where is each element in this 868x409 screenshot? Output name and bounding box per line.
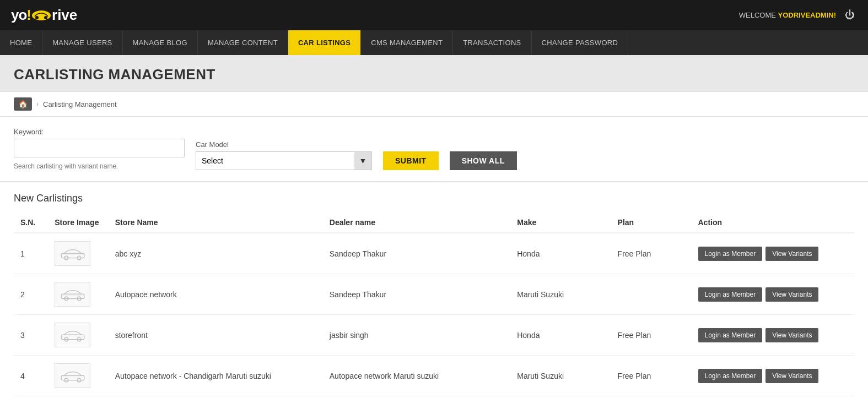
- table-body: 1 abc xyz Sandeep Thakur Honda Free Plan…: [14, 233, 854, 396]
- cell-store-image: [48, 315, 108, 356]
- table-header: S.N. Store Image Store Name Dealer name …: [14, 212, 854, 233]
- page-header: CARLISTING MANAGEMENT: [0, 55, 868, 92]
- svg-point-1: [35, 16, 39, 19]
- nav-item-manage-content[interactable]: MANAGE CONTENT: [198, 30, 288, 55]
- col-header-store-image: Store Image: [48, 212, 108, 233]
- car-image-placeholder: [55, 363, 90, 388]
- view-variants-button[interactable]: View Variants: [765, 369, 818, 383]
- cell-store-image: [48, 356, 108, 396]
- car-model-select[interactable]: Select: [196, 151, 372, 170]
- breadcrumb-separator: ›: [36, 100, 39, 108]
- car-image-placeholder: [55, 282, 90, 307]
- cell-sn: 4: [14, 356, 48, 396]
- cell-dealer-name: jasbir singh: [323, 315, 510, 356]
- view-variants-button[interactable]: View Variants: [765, 287, 818, 302]
- car-model-field: Car Model Select ▼: [196, 140, 372, 170]
- submit-button[interactable]: SUBMIT: [383, 151, 439, 170]
- search-section: Keyword: Search carlisting with variant …: [0, 117, 868, 182]
- svg-point-0: [32, 10, 51, 20]
- breadcrumb: 🏠 › Carlisting Management: [0, 92, 868, 117]
- col-header-plan: Plan: [611, 212, 692, 233]
- car-image-placeholder: [55, 323, 90, 347]
- welcome-area: WELCOME YODRIVEADMIN! ⏻: [739, 7, 857, 23]
- cell-sn: 1: [14, 233, 48, 274]
- cell-make: Honda: [510, 233, 611, 274]
- main-nav: HOME MANAGE USERS MANAGE BLOG MANAGE CON…: [0, 30, 868, 55]
- carlistings-table: S.N. Store Image Store Name Dealer name …: [14, 212, 854, 396]
- col-header-store-name: Store Name: [109, 212, 323, 233]
- table-section: New Carlistings S.N. Store Image Store N…: [0, 182, 868, 409]
- login-as-member-button[interactable]: Login as Member: [698, 287, 763, 302]
- section-title-new: New: [14, 193, 34, 204]
- cell-dealer-name: Sandeep Thakur: [323, 233, 510, 274]
- nav-item-manage-users[interactable]: MANAGE USERS: [42, 30, 122, 55]
- breadcrumb-current: Carlisting Management: [43, 100, 117, 108]
- cell-action: Login as Member View Variants: [692, 233, 855, 274]
- login-as-member-button[interactable]: Login as Member: [698, 247, 763, 261]
- cell-make: Maruti Suzuki: [510, 274, 611, 315]
- col-header-action: Action: [692, 212, 855, 233]
- cell-store-image: [48, 233, 108, 274]
- cell-store-name: storefront: [109, 315, 323, 356]
- cell-plan: Free Plan: [611, 315, 692, 356]
- col-header-make: Make: [510, 212, 611, 233]
- welcome-text: WELCOME YODRIVEADMIN!: [739, 11, 836, 19]
- table-row: 3 storefront jasbir singh Honda Free Pla…: [14, 315, 854, 356]
- section-title-main: Carlistings: [34, 193, 83, 204]
- logo-car-icon: [31, 9, 51, 21]
- cell-action: Login as Member View Variants: [692, 274, 855, 315]
- cell-plan: [611, 274, 692, 315]
- logo-text: yo!: [11, 7, 31, 24]
- login-as-member-button[interactable]: Login as Member: [698, 328, 763, 342]
- car-model-select-wrapper: Select ▼: [196, 151, 372, 170]
- table-row: 2 Autopace network Sandeep Thakur Maruti…: [14, 274, 854, 315]
- nav-item-car-listings[interactable]: CAR LISTINGS: [288, 30, 361, 55]
- cell-action: Login as Member View Variants: [692, 356, 855, 396]
- nav-item-manage-blog[interactable]: MANAGE BLOG: [123, 30, 198, 55]
- car-image-placeholder: [55, 241, 90, 266]
- logo: yo! rive: [11, 7, 77, 24]
- nav-item-transactions[interactable]: TRANSACTIONS: [453, 30, 531, 55]
- cell-sn: 3: [14, 315, 48, 356]
- logo-drive-text: rive: [52, 7, 77, 24]
- nav-item-cms-management[interactable]: CMS MANAGEMENT: [361, 30, 453, 55]
- cell-store-name: abc xyz: [109, 233, 323, 274]
- cell-plan: Free Plan: [611, 233, 692, 274]
- top-bar: yo! rive WELCOME YODRIVEADMIN! ⏻: [0, 0, 868, 30]
- cell-store-name: Autopace network: [109, 274, 323, 315]
- view-variants-button[interactable]: View Variants: [765, 247, 818, 261]
- svg-point-2: [44, 16, 47, 19]
- cell-dealer-name: Autopace network Maruti suzuki: [323, 356, 510, 396]
- login-as-member-button[interactable]: Login as Member: [698, 369, 763, 383]
- section-title: New Carlistings: [14, 182, 854, 212]
- power-button[interactable]: ⏻: [843, 7, 857, 23]
- view-variants-button[interactable]: View Variants: [765, 328, 818, 342]
- search-hint: Search carlisting with variant name.: [14, 162, 185, 170]
- car-model-label: Car Model: [196, 140, 372, 149]
- cell-plan: Free Plan: [611, 356, 692, 396]
- show-all-button[interactable]: SHOW ALL: [450, 151, 517, 170]
- col-header-sn: S.N.: [14, 212, 48, 233]
- breadcrumb-home-icon[interactable]: 🏠: [14, 97, 32, 111]
- keyword-label: Keyword:: [14, 128, 185, 136]
- keyword-input[interactable]: [14, 139, 185, 157]
- cell-store-image: [48, 274, 108, 315]
- search-row: Keyword: Search carlisting with variant …: [14, 128, 854, 170]
- nav-item-change-password[interactable]: CHANGE PASSWORD: [532, 30, 629, 55]
- nav-item-home[interactable]: HOME: [0, 30, 42, 55]
- cell-make: Maruti Suzuki: [510, 356, 611, 396]
- page-title: CARLISTING MANAGEMENT: [14, 66, 854, 83]
- table-row: 1 abc xyz Sandeep Thakur Honda Free Plan…: [14, 233, 854, 274]
- cell-store-name: Autopace network - Chandigarh Maruti suz…: [109, 356, 323, 396]
- cell-dealer-name: Sandeep Thakur: [323, 274, 510, 315]
- admin-name: YODRIVEADMIN!: [778, 11, 836, 19]
- cell-action: Login as Member View Variants: [692, 315, 855, 356]
- table-row: 4 Autopace network - Chandigarh Maruti s…: [14, 356, 854, 396]
- keyword-field: Keyword: Search carlisting with variant …: [14, 128, 185, 170]
- cell-make: Honda: [510, 315, 611, 356]
- col-header-dealer-name: Dealer name: [323, 212, 510, 233]
- cell-sn: 2: [14, 274, 48, 315]
